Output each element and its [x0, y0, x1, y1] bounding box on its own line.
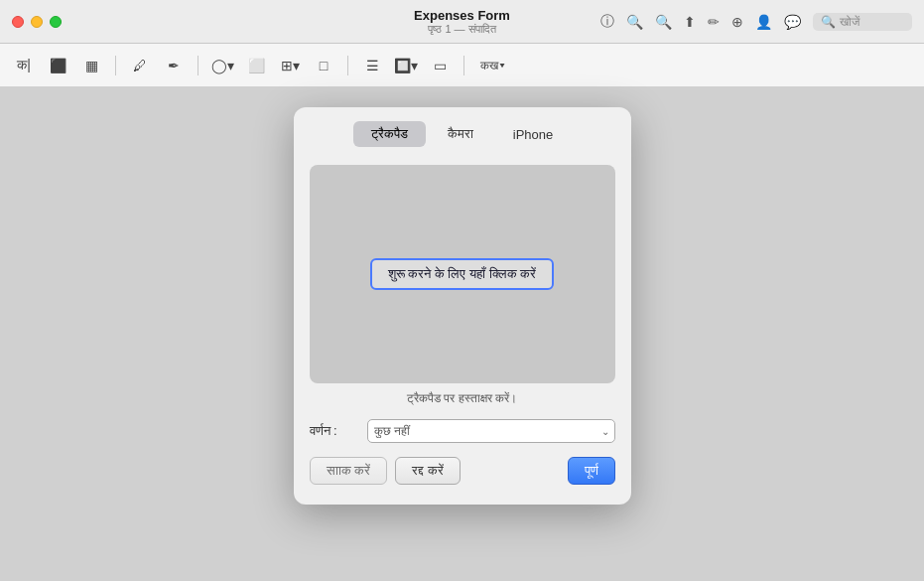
text-tool-btn[interactable]: क| — [10, 52, 38, 79]
comment-icon[interactable]: 💬 — [784, 14, 801, 30]
sidebar-toggle-btn[interactable]: ⬛ — [44, 52, 71, 79]
separator-2 — [198, 56, 198, 75]
color-select-wrapper: कुछ नहीं ⌄ — [367, 419, 615, 443]
signature-dialog: ट्रैकपैड कैमरा iPhone शुरू करने के लिए य… — [294, 107, 631, 505]
zoom-out-icon[interactable]: 🔍 — [626, 14, 643, 30]
annotation-btn[interactable]: 🖊 — [126, 52, 154, 79]
app-title: Expenses Form — [414, 8, 510, 23]
cancel-button[interactable]: रद्द करें — [395, 457, 461, 485]
titlebar-right: ⓘ 🔍 🔍 ⬆ ✏ ⊕ 👤 💬 🔍 खोजें — [600, 13, 912, 31]
align-btn[interactable]: ☰ — [358, 52, 386, 79]
style-btn[interactable]: 🔲▾ — [392, 52, 420, 79]
textbox-btn[interactable]: ⬜ — [242, 52, 270, 79]
tab-bar: ट्रैकपैड कैमरा iPhone — [294, 107, 631, 157]
frame-btn[interactable]: □ — [310, 52, 337, 79]
titlebar: Expenses Form पृष्ठ 1 — संपादित ⓘ 🔍 🔍 ⬆ … — [0, 0, 924, 44]
tab-iphone[interactable]: iPhone — [495, 121, 571, 147]
traffic-lights — [12, 16, 62, 28]
separator-4 — [463, 56, 464, 75]
layout-btn[interactable]: ⊞▾ — [276, 52, 304, 79]
maximize-button[interactable] — [50, 16, 62, 28]
buttons-row: सााक करें रद्द करें पूर्ण — [294, 457, 631, 485]
share-icon[interactable]: ⬆ — [684, 14, 696, 30]
close-button[interactable] — [12, 16, 24, 28]
main-content: ट्रैकपैड कैमरा iPhone शुरू करने के लिए य… — [0, 87, 924, 581]
pen-btn[interactable]: ✒ — [160, 52, 188, 79]
color-btn[interactable]: ▭ — [426, 52, 454, 79]
color-label: वर्णन : — [310, 423, 359, 439]
text-kakh-btn[interactable]: कख▾ — [474, 57, 512, 74]
shape-dropdown-btn[interactable]: ◯▾ — [208, 52, 236, 79]
done-button[interactable]: पूर्ण — [568, 457, 615, 485]
tab-trackpad[interactable]: ट्रैकपैड — [353, 121, 426, 147]
user-icon[interactable]: 👤 — [755, 14, 772, 30]
separator-3 — [347, 56, 348, 75]
signature-canvas-area[interactable]: शुरू करने के लिए यहाँ क्लिक करें — [310, 165, 615, 383]
search-placeholder: खोजें — [840, 15, 859, 29]
minimize-button[interactable] — [31, 16, 43, 28]
title-section: Expenses Form पृष्ठ 1 — संपादित — [414, 8, 510, 36]
signature-click-prompt[interactable]: शुरू करने के लिए यहाँ क्लिक करें — [370, 258, 555, 290]
app-subtitle: पृष्ठ 1 — संपादित — [414, 23, 510, 36]
separator-1 — [115, 56, 116, 75]
search-bar[interactable]: 🔍 खोजें — [813, 13, 912, 31]
color-row: वर्णन : कुछ नहीं ⌄ — [294, 419, 631, 443]
new-page-icon[interactable]: ⊕ — [731, 14, 743, 30]
toolbar: क| ⬛ ▦ 🖊 ✒ ◯▾ ⬜ ⊞▾ □ ☰ 🔲▾ ▭ कख▾ — [0, 44, 924, 87]
search-icon: 🔍 — [821, 15, 836, 29]
info-icon[interactable]: ⓘ — [600, 13, 614, 31]
zoom-in-icon[interactable]: 🔍 — [655, 14, 672, 30]
pen-icon[interactable]: ✏ — [708, 14, 720, 30]
tab-camera[interactable]: कैमरा — [430, 121, 491, 147]
save-button[interactable]: सााक करें — [310, 457, 388, 485]
grid-view-btn[interactable]: ▦ — [77, 52, 105, 79]
signature-hint: ट्रैकपैड पर हस्ताक्षर करें। — [294, 391, 631, 405]
color-select[interactable]: कुछ नहीं — [367, 419, 615, 443]
